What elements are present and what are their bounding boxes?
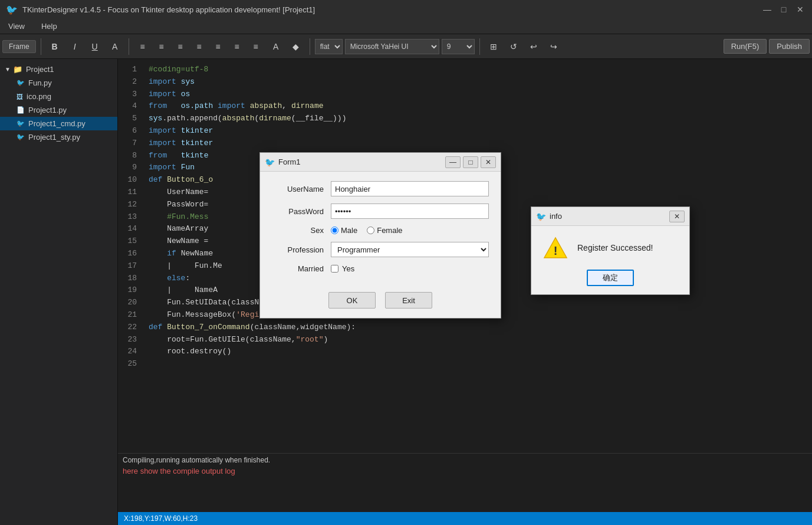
form-row-married: Married Yes [272, 264, 489, 273]
sidebar-item-project1-cmd[interactable]: 🐦 Project1_cmd.py [0, 117, 117, 130]
menu-view[interactable]: View [5, 21, 28, 32]
status-bar: X:198,Y:197,W:60,H:23 [118, 512, 812, 525]
menu-bar: View Help [0, 19, 812, 34]
folder-icon: 📁 [13, 65, 22, 74]
publish-button[interactable]: Publish [769, 39, 810, 54]
form1-dialog[interactable]: 🐦 Form1 — □ ✕ UserName PassWord Sex [259, 152, 501, 319]
align-justify-button[interactable]: ≡ [190, 38, 208, 55]
project-name: Project1 [26, 65, 54, 74]
sidebar-item-ico-png[interactable]: 🖼 ico.png [0, 90, 117, 103]
png-icon: 🖼 [17, 93, 23, 100]
form1-maximize-button[interactable]: □ [463, 156, 478, 168]
sex-male-radio[interactable] [331, 227, 338, 234]
frame-button[interactable]: Frame [2, 40, 36, 53]
info-body: ! Register Successed! [531, 226, 689, 267]
profession-label: Profession [272, 245, 331, 254]
form-row-profession: Profession Programmer Designer Manager O… [272, 242, 489, 257]
username-label: UserName [272, 185, 331, 193]
sex-label: Sex [272, 226, 331, 235]
sex-radio-group: Male Female [331, 226, 403, 235]
sidebar-item-project1-py[interactable]: 📄 Project1.py [0, 103, 117, 117]
info-ok-button[interactable]: 确定 [587, 270, 634, 286]
file-name-project1-sty: Project1_sty.py [28, 133, 80, 142]
text-button[interactable]: A [106, 38, 124, 55]
title-bar: 🐦 TKinterDesigner v1.4.5 - Focus on Tkin… [0, 0, 812, 19]
cmd-icon: 🐦 [17, 120, 25, 127]
underline-button[interactable]: U [86, 38, 104, 55]
align-group: ≡ ≡ ≡ ≡ ≡ ≡ ≡ [134, 38, 265, 55]
sex-female-option[interactable]: Female [367, 226, 402, 235]
minimize-button[interactable]: — [761, 4, 773, 15]
close-button[interactable]: ✕ [794, 4, 806, 15]
form1-body: UserName PassWord Sex Male Femal [260, 172, 501, 287]
file-name-fun-py: Fun.py [28, 78, 52, 87]
bold-button[interactable]: B [46, 38, 64, 55]
file-name-project1-cmd: Project1_cmd.py [28, 119, 86, 128]
menu-help[interactable]: Help [38, 21, 61, 32]
italic-button[interactable]: I [66, 38, 84, 55]
form1-ok-button[interactable]: OK [328, 292, 376, 309]
file-name-project1-py: Project1.py [28, 106, 67, 114]
married-yes-label: Yes [342, 264, 354, 273]
form1-titlebar[interactable]: 🐦 Form1 — □ ✕ [260, 153, 501, 172]
sidebar-item-project1-sty[interactable]: 🐦 Project1_sty.py [0, 130, 117, 144]
file-name-ico-png: ico.png [27, 92, 51, 101]
info-dialog[interactable]: 🐦 info ✕ ! Register Successed! 确定 [531, 206, 690, 295]
married-checkbox[interactable] [331, 265, 338, 273]
undo-button[interactable]: ↩ [525, 38, 543, 55]
toolbar-sep-2 [129, 38, 129, 55]
sidebar-item-fun-py[interactable]: 🐦 Fun.py [0, 76, 117, 90]
refresh-button[interactable]: ↺ [505, 38, 522, 55]
sidebar-project[interactable]: ▼ 📁 Project1 [0, 63, 117, 76]
warning-icon: ! [543, 235, 568, 260]
toolbar-sep-3 [310, 38, 310, 55]
py-icon-3: 🐦 [17, 133, 25, 141]
info-dialog-title: info [550, 212, 669, 221]
title-bar-controls: — □ ✕ [761, 4, 806, 15]
expand-arrow: ▼ [5, 66, 11, 73]
app-icon: 🐦 [6, 4, 18, 15]
form1-dialog-icon: 🐦 [265, 158, 275, 167]
font-size-select[interactable]: 9 [442, 39, 475, 54]
info-dialog-icon: 🐦 [536, 212, 546, 221]
toolbar-sep-4 [479, 38, 480, 55]
profession-select[interactable]: Programmer Designer Manager Other [331, 242, 489, 257]
style-select[interactable]: flat [315, 39, 343, 54]
info-close-button[interactable]: ✕ [669, 211, 685, 222]
font-select[interactable]: Microsoft YaHei UI [345, 39, 439, 54]
bottom-log: Compiling,running automatically when fin… [118, 453, 812, 512]
sex-female-radio[interactable] [367, 227, 374, 234]
align-middle-button[interactable]: ≡ [228, 38, 246, 55]
align-center-button[interactable]: ≡ [153, 38, 170, 55]
sex-male-option[interactable]: Male [331, 226, 357, 235]
password-label: PassWord [272, 207, 331, 216]
info-dialog-controls: ✕ [669, 211, 685, 222]
svg-text:!: ! [554, 244, 558, 257]
run-button[interactable]: Run(F5) [724, 39, 767, 54]
maximize-button[interactable]: □ [778, 4, 790, 15]
align-top-button[interactable]: ≡ [209, 38, 227, 55]
grid-button[interactable]: ⊞ [485, 38, 502, 55]
form1-close-button[interactable]: ✕ [481, 156, 496, 168]
align-bottom-button[interactable]: ≡ [247, 38, 265, 55]
align-right-button[interactable]: ≡ [172, 38, 189, 55]
sex-male-label: Male [341, 226, 357, 235]
py-icon-2: 📄 [17, 106, 25, 114]
fill-button[interactable]: ◆ [287, 38, 305, 55]
align-left-button[interactable]: ≡ [134, 38, 152, 55]
py-icon: 🐦 [17, 79, 25, 87]
form1-minimize-button[interactable]: — [445, 156, 461, 168]
username-input[interactable] [331, 181, 489, 196]
form-row-sex: Sex Male Female [272, 226, 489, 235]
married-checkbox-group: Yes [331, 264, 354, 273]
form-row-username: UserName [272, 181, 489, 196]
form1-exit-button[interactable]: Exit [385, 292, 432, 309]
font-color-button[interactable]: A [267, 38, 285, 55]
file-tree: ▼ 📁 Project1 🐦 Fun.py 🖼 ico.png 📄 Projec… [0, 59, 117, 147]
title-bar-title: TKinterDesigner v1.4.5 - Focus on Tkinte… [22, 5, 761, 14]
info-titlebar[interactable]: 🐦 info ✕ [531, 207, 689, 226]
toolbar-sep-1 [41, 38, 41, 55]
sex-female-label: Female [377, 226, 402, 235]
redo-button[interactable]: ↪ [545, 38, 563, 55]
password-input[interactable] [331, 204, 489, 219]
